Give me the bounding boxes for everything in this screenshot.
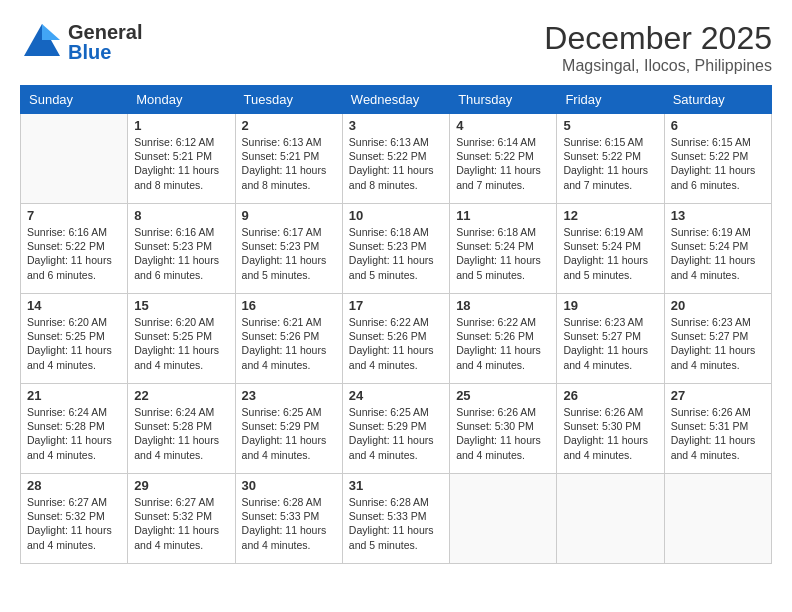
day-info: Sunrise: 6:16 AM Sunset: 5:22 PM Dayligh…: [27, 225, 121, 282]
day-number: 26: [563, 388, 657, 403]
calendar-cell: 27Sunrise: 6:26 AM Sunset: 5:31 PM Dayli…: [664, 384, 771, 474]
svg-marker-1: [42, 24, 60, 40]
col-header-friday: Friday: [557, 86, 664, 114]
day-info: Sunrise: 6:19 AM Sunset: 5:24 PM Dayligh…: [671, 225, 765, 282]
day-info: Sunrise: 6:23 AM Sunset: 5:27 PM Dayligh…: [671, 315, 765, 372]
day-info: Sunrise: 6:26 AM Sunset: 5:31 PM Dayligh…: [671, 405, 765, 462]
day-number: 1: [134, 118, 228, 133]
day-number: 16: [242, 298, 336, 313]
calendar-week-1: 1Sunrise: 6:12 AM Sunset: 5:21 PM Daylig…: [21, 114, 772, 204]
day-info: Sunrise: 6:27 AM Sunset: 5:32 PM Dayligh…: [27, 495, 121, 552]
day-number: 8: [134, 208, 228, 223]
logo-general-text: General: [68, 22, 142, 42]
day-info: Sunrise: 6:28 AM Sunset: 5:33 PM Dayligh…: [349, 495, 443, 552]
calendar-week-3: 14Sunrise: 6:20 AM Sunset: 5:25 PM Dayli…: [21, 294, 772, 384]
col-header-thursday: Thursday: [450, 86, 557, 114]
calendar-cell: [664, 474, 771, 564]
day-info: Sunrise: 6:25 AM Sunset: 5:29 PM Dayligh…: [242, 405, 336, 462]
day-info: Sunrise: 6:15 AM Sunset: 5:22 PM Dayligh…: [563, 135, 657, 192]
calendar-cell: 8Sunrise: 6:16 AM Sunset: 5:23 PM Daylig…: [128, 204, 235, 294]
day-number: 29: [134, 478, 228, 493]
day-number: 17: [349, 298, 443, 313]
day-info: Sunrise: 6:17 AM Sunset: 5:23 PM Dayligh…: [242, 225, 336, 282]
calendar-cell: 24Sunrise: 6:25 AM Sunset: 5:29 PM Dayli…: [342, 384, 449, 474]
day-info: Sunrise: 6:13 AM Sunset: 5:22 PM Dayligh…: [349, 135, 443, 192]
day-info: Sunrise: 6:24 AM Sunset: 5:28 PM Dayligh…: [27, 405, 121, 462]
title-area: December 2025 Magsingal, Ilocos, Philipp…: [544, 20, 772, 75]
day-number: 5: [563, 118, 657, 133]
calendar-week-5: 28Sunrise: 6:27 AM Sunset: 5:32 PM Dayli…: [21, 474, 772, 564]
calendar-cell: 13Sunrise: 6:19 AM Sunset: 5:24 PM Dayli…: [664, 204, 771, 294]
day-number: 4: [456, 118, 550, 133]
day-info: Sunrise: 6:25 AM Sunset: 5:29 PM Dayligh…: [349, 405, 443, 462]
calendar-table: SundayMondayTuesdayWednesdayThursdayFrid…: [20, 85, 772, 564]
day-info: Sunrise: 6:15 AM Sunset: 5:22 PM Dayligh…: [671, 135, 765, 192]
calendar-cell: 11Sunrise: 6:18 AM Sunset: 5:24 PM Dayli…: [450, 204, 557, 294]
day-info: Sunrise: 6:26 AM Sunset: 5:30 PM Dayligh…: [563, 405, 657, 462]
day-number: 6: [671, 118, 765, 133]
day-number: 31: [349, 478, 443, 493]
day-number: 18: [456, 298, 550, 313]
calendar-cell: 21Sunrise: 6:24 AM Sunset: 5:28 PM Dayli…: [21, 384, 128, 474]
day-info: Sunrise: 6:26 AM Sunset: 5:30 PM Dayligh…: [456, 405, 550, 462]
calendar-cell: 26Sunrise: 6:26 AM Sunset: 5:30 PM Dayli…: [557, 384, 664, 474]
day-number: 27: [671, 388, 765, 403]
day-number: 15: [134, 298, 228, 313]
day-number: 20: [671, 298, 765, 313]
calendar-cell: 14Sunrise: 6:20 AM Sunset: 5:25 PM Dayli…: [21, 294, 128, 384]
col-header-tuesday: Tuesday: [235, 86, 342, 114]
day-info: Sunrise: 6:19 AM Sunset: 5:24 PM Dayligh…: [563, 225, 657, 282]
day-info: Sunrise: 6:22 AM Sunset: 5:26 PM Dayligh…: [349, 315, 443, 372]
calendar-cell: 25Sunrise: 6:26 AM Sunset: 5:30 PM Dayli…: [450, 384, 557, 474]
day-info: Sunrise: 6:20 AM Sunset: 5:25 PM Dayligh…: [27, 315, 121, 372]
calendar-cell: 20Sunrise: 6:23 AM Sunset: 5:27 PM Dayli…: [664, 294, 771, 384]
day-number: 30: [242, 478, 336, 493]
col-header-monday: Monday: [128, 86, 235, 114]
calendar-week-4: 21Sunrise: 6:24 AM Sunset: 5:28 PM Dayli…: [21, 384, 772, 474]
day-info: Sunrise: 6:27 AM Sunset: 5:32 PM Dayligh…: [134, 495, 228, 552]
calendar-cell: 19Sunrise: 6:23 AM Sunset: 5:27 PM Dayli…: [557, 294, 664, 384]
logo-name: General Blue: [68, 22, 142, 62]
calendar-cell: 29Sunrise: 6:27 AM Sunset: 5:32 PM Dayli…: [128, 474, 235, 564]
calendar-cell: [450, 474, 557, 564]
day-info: Sunrise: 6:18 AM Sunset: 5:24 PM Dayligh…: [456, 225, 550, 282]
calendar-week-2: 7Sunrise: 6:16 AM Sunset: 5:22 PM Daylig…: [21, 204, 772, 294]
calendar-cell: 7Sunrise: 6:16 AM Sunset: 5:22 PM Daylig…: [21, 204, 128, 294]
calendar-cell: 3Sunrise: 6:13 AM Sunset: 5:22 PM Daylig…: [342, 114, 449, 204]
calendar-cell: 23Sunrise: 6:25 AM Sunset: 5:29 PM Dayli…: [235, 384, 342, 474]
calendar-cell: 30Sunrise: 6:28 AM Sunset: 5:33 PM Dayli…: [235, 474, 342, 564]
day-info: Sunrise: 6:13 AM Sunset: 5:21 PM Dayligh…: [242, 135, 336, 192]
day-number: 25: [456, 388, 550, 403]
day-number: 2: [242, 118, 336, 133]
day-number: 11: [456, 208, 550, 223]
calendar-cell: [21, 114, 128, 204]
header: General Blue December 2025 Magsingal, Il…: [20, 20, 772, 75]
day-info: Sunrise: 6:23 AM Sunset: 5:27 PM Dayligh…: [563, 315, 657, 372]
calendar-cell: 10Sunrise: 6:18 AM Sunset: 5:23 PM Dayli…: [342, 204, 449, 294]
day-info: Sunrise: 6:24 AM Sunset: 5:28 PM Dayligh…: [134, 405, 228, 462]
day-number: 9: [242, 208, 336, 223]
calendar-cell: 31Sunrise: 6:28 AM Sunset: 5:33 PM Dayli…: [342, 474, 449, 564]
calendar-cell: 15Sunrise: 6:20 AM Sunset: 5:25 PM Dayli…: [128, 294, 235, 384]
calendar-cell: 22Sunrise: 6:24 AM Sunset: 5:28 PM Dayli…: [128, 384, 235, 474]
day-info: Sunrise: 6:18 AM Sunset: 5:23 PM Dayligh…: [349, 225, 443, 282]
calendar-header-row: SundayMondayTuesdayWednesdayThursdayFrid…: [21, 86, 772, 114]
day-info: Sunrise: 6:22 AM Sunset: 5:26 PM Dayligh…: [456, 315, 550, 372]
calendar-cell: 2Sunrise: 6:13 AM Sunset: 5:21 PM Daylig…: [235, 114, 342, 204]
logo-blue-text: Blue: [68, 42, 142, 62]
day-number: 24: [349, 388, 443, 403]
logo-icon: [20, 20, 64, 64]
day-number: 28: [27, 478, 121, 493]
calendar-cell: 18Sunrise: 6:22 AM Sunset: 5:26 PM Dayli…: [450, 294, 557, 384]
calendar-cell: 16Sunrise: 6:21 AM Sunset: 5:26 PM Dayli…: [235, 294, 342, 384]
day-number: 21: [27, 388, 121, 403]
day-info: Sunrise: 6:21 AM Sunset: 5:26 PM Dayligh…: [242, 315, 336, 372]
calendar-cell: 17Sunrise: 6:22 AM Sunset: 5:26 PM Dayli…: [342, 294, 449, 384]
day-number: 10: [349, 208, 443, 223]
calendar-cell: 5Sunrise: 6:15 AM Sunset: 5:22 PM Daylig…: [557, 114, 664, 204]
day-info: Sunrise: 6:20 AM Sunset: 5:25 PM Dayligh…: [134, 315, 228, 372]
day-number: 14: [27, 298, 121, 313]
logo: General Blue: [20, 20, 142, 64]
day-number: 3: [349, 118, 443, 133]
day-number: 23: [242, 388, 336, 403]
